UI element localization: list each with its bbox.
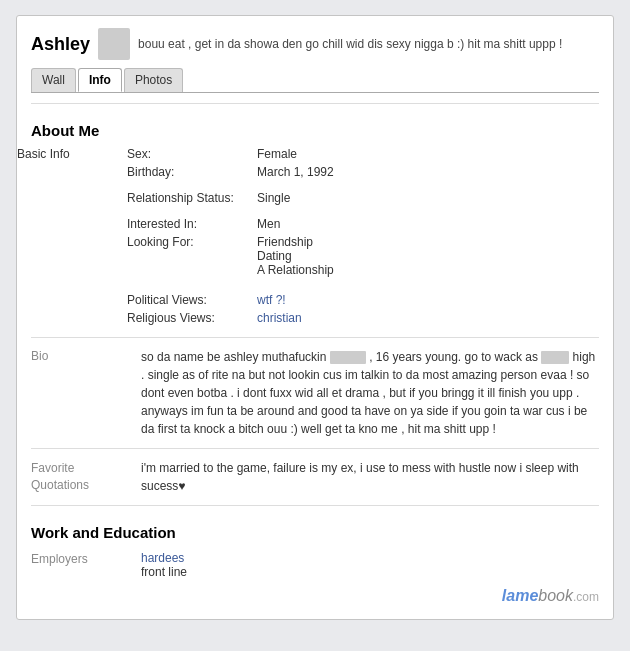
work-row: Employers hardees front line <box>31 551 599 579</box>
looking-for-values: Friendship Dating A Relationship <box>257 233 613 279</box>
watermark: lamebook.com <box>17 579 613 607</box>
religious-views-label: Religious Views: <box>127 309 257 327</box>
religious-views-link[interactable]: christian <box>257 311 302 325</box>
divider-about <box>31 103 599 104</box>
views-table: Political Views: wtf ?! Religious Views:… <box>17 291 613 327</box>
bio-text-part1: so da name be ashley muthafuckin <box>141 350 326 364</box>
looking-for-label: Looking For: <box>127 233 257 279</box>
divider-quotes <box>31 448 599 449</box>
employer-position: front line <box>141 565 599 579</box>
quotations-text: i'm married to the game, failure is my e… <box>141 459 599 495</box>
looking-for-3: A Relationship <box>257 263 609 277</box>
employer-name-link[interactable]: hardees <box>141 551 184 565</box>
redact-1 <box>330 351 366 364</box>
sex-label: Sex: <box>127 145 257 163</box>
quotations-section: Favorite Quotations i'm married to the g… <box>17 459 613 495</box>
tabs: Wall Info Photos <box>17 60 613 92</box>
tab-wall[interactable]: Wall <box>31 68 76 92</box>
looking-for-1: Friendship <box>257 235 609 249</box>
about-me-heading: About Me <box>17 114 613 145</box>
watermark-book: book <box>538 587 573 604</box>
looking-for-2: Dating <box>257 249 609 263</box>
employer-name: hardees <box>141 551 599 565</box>
birthday-value: March 1, 1992 <box>257 163 613 181</box>
basic-info-label: Basic Info <box>17 145 127 287</box>
relationship-status-label: Relationship Status: <box>127 189 257 207</box>
sex-value: Female <box>257 145 613 163</box>
bio-text-part2: , 16 years young. go to wack as <box>369 350 538 364</box>
religious-views-value: christian <box>257 309 613 327</box>
interested-in-label: Interested In: <box>127 215 257 233</box>
quotes-row: Favorite Quotations i'm married to the g… <box>31 459 599 495</box>
profile-header: Ashley bouu eat , get in da showa den go… <box>17 16 613 60</box>
political-views-label: Political Views: <box>127 291 257 309</box>
profile-card: Ashley bouu eat , get in da showa den go… <box>16 15 614 620</box>
divider-work <box>31 505 599 506</box>
bio-label: Bio <box>31 348 141 363</box>
avatar <box>98 28 130 60</box>
birthday-label: Birthday: <box>127 163 257 181</box>
political-views-value: wtf ?! <box>257 291 613 309</box>
employers-label: Employers <box>31 551 141 566</box>
redact-2 <box>541 351 569 364</box>
work-content: hardees front line <box>141 551 599 579</box>
bio-section: Bio so da name be ashley muthafuckin , 1… <box>17 348 613 438</box>
basic-info-table: Basic Info Sex: Female Birthday: March 1… <box>17 145 613 287</box>
political-views-link[interactable]: wtf ?! <box>257 293 286 307</box>
interested-in-value: Men <box>257 215 613 233</box>
profile-status: bouu eat , get in da showa den go chill … <box>138 36 599 53</box>
bio-row: Bio so da name be ashley muthafuckin , 1… <box>31 348 599 438</box>
bio-text: so da name be ashley muthafuckin , 16 ye… <box>141 348 599 438</box>
divider-bio <box>31 337 599 338</box>
tab-border <box>31 92 599 93</box>
work-education-heading: Work and Education <box>17 516 613 547</box>
watermark-lame: lame <box>502 587 538 604</box>
tab-info[interactable]: Info <box>78 68 122 92</box>
profile-name: Ashley <box>31 34 90 55</box>
work-section: Employers hardees front line <box>17 551 613 579</box>
relationship-status-value: Single <box>257 189 613 207</box>
tab-photos[interactable]: Photos <box>124 68 183 92</box>
watermark-dotcom: .com <box>573 590 599 604</box>
quotations-label: Favorite Quotations <box>31 459 141 494</box>
